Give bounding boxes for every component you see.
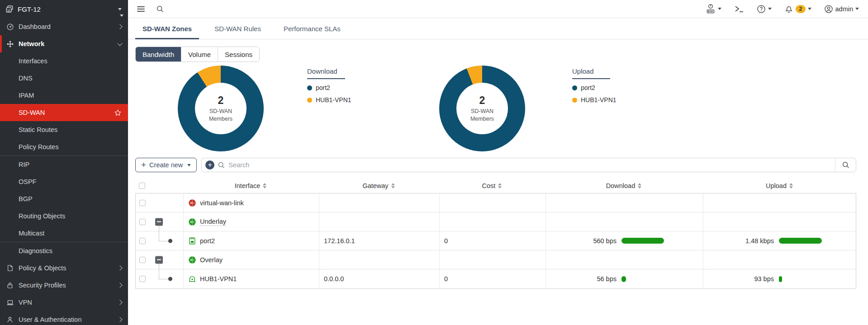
sidebar-item-policy-objects[interactable]: Policy & Objects (0, 259, 128, 277)
tab-performance-slas[interactable]: Performance SLAs (276, 18, 348, 39)
table-row-hub1-vpn1[interactable]: HUB1-VPN1 0.0.0.0 0 56 bps 93 bps (136, 269, 856, 288)
chevron-right-icon (118, 301, 122, 304)
chevron-right-icon (118, 266, 122, 270)
table-row-underlay[interactable]: Underlay (136, 212, 856, 231)
sidebar-item-dns[interactable]: DNS (0, 70, 128, 87)
topbar-actions: 2 admin (706, 4, 859, 14)
device-caret-icon (118, 8, 122, 10)
lock-icon (5, 282, 14, 289)
zone-globe-red-icon (188, 199, 196, 207)
sidebar-item-security-profiles[interactable]: Security Profiles (0, 277, 128, 294)
sidebar-item-network[interactable]: Network (0, 35, 128, 52)
move-arrows-icon (5, 40, 14, 48)
sidebar-item-ospf[interactable]: OSPF (0, 173, 128, 190)
app-window: FGT-12 Dashboard Network Interfaces (0, 0, 868, 325)
toggle-volume[interactable]: Volume (181, 47, 218, 61)
hub1-vpn1-color-dot (307, 98, 312, 103)
chevron-right-icon (118, 25, 122, 28)
upload-rate: 93 bps (724, 275, 774, 283)
vpn-tunnel-icon (188, 275, 196, 283)
device-logo-icon (5, 5, 14, 13)
add-filter-button[interactable]: + (205, 160, 214, 170)
content-area: Bandwidth Volume Sessions 2 SD-WAN Membe… (128, 39, 868, 325)
create-new-button[interactable]: + Create new (135, 158, 197, 172)
cli-console-button[interactable] (734, 5, 744, 13)
global-search-icon[interactable] (156, 5, 164, 13)
table-row-port2[interactable]: port2 172.16.0.1 0 560 bps 1.48 kbps (136, 231, 856, 250)
collapse-toggle-icon[interactable] (155, 218, 163, 226)
column-header-interface[interactable]: Interface (183, 178, 318, 193)
column-header-upload[interactable]: Upload (702, 178, 856, 193)
sidebar-item-interfaces[interactable]: Interfaces (0, 52, 128, 70)
column-header-cost[interactable]: Cost (439, 178, 545, 193)
column-header-download[interactable]: Download (545, 178, 702, 193)
admin-username: admin (835, 5, 854, 13)
upload-rate-bar (779, 238, 822, 244)
download-legend-title: Download (307, 67, 345, 79)
caret-down-icon (808, 8, 811, 10)
sort-icon (789, 183, 793, 188)
toggle-sessions[interactable]: Sessions (218, 47, 259, 61)
document-icon (5, 264, 14, 272)
sidebar-item-bgp[interactable]: BGP (0, 190, 128, 207)
row-checkbox[interactable] (139, 200, 146, 206)
upload-rate: 1.48 kbps (724, 237, 774, 245)
admin-user-menu[interactable]: admin (824, 5, 859, 14)
sidebar-item-static-routes[interactable]: Static Routes (0, 121, 128, 138)
upload-chart-group: 2 SD-WAN Members Upload port2 HUB1-VPN1 (439, 66, 641, 151)
search-submit-button[interactable] (835, 158, 856, 172)
row-checkbox[interactable] (139, 238, 146, 244)
chevron-down-icon (118, 43, 122, 45)
hamburger-menu-icon[interactable] (137, 6, 145, 12)
caret-down-icon (768, 8, 772, 10)
sidebar-item-multicast[interactable]: Multicast (0, 225, 128, 242)
row-checkbox[interactable] (139, 219, 146, 225)
sdwan-zones-table: Interface Gateway Cost Download Upload (135, 178, 856, 289)
row-checkbox[interactable] (139, 276, 146, 282)
sidebar-item-sdwan[interactable]: SD-WAN (0, 104, 128, 121)
upload-donut-chart: 2 SD-WAN Members (439, 66, 525, 151)
notifications-menu[interactable]: 2 (784, 4, 811, 14)
table-row-overlay[interactable]: Overlay (136, 250, 856, 269)
collapse-toggle-icon[interactable] (155, 256, 163, 264)
toggle-bandwidth[interactable]: Bandwidth (136, 47, 181, 61)
tab-sdwan-rules[interactable]: SD-WAN Rules (207, 18, 268, 39)
search-input[interactable] (228, 161, 835, 169)
device-power-icon (706, 4, 716, 14)
search-icon (218, 161, 225, 169)
device-status-menu[interactable] (706, 4, 721, 14)
search-bar: + (201, 158, 856, 172)
sort-icon (498, 183, 502, 188)
select-all-checkbox[interactable] (139, 183, 145, 189)
download-rate-bar (621, 276, 626, 282)
table-row-virtual-wan-link[interactable]: virtual-wan-link (136, 193, 856, 212)
bell-icon (784, 4, 793, 14)
sidebar-item-ipam[interactable]: IPAM (0, 87, 128, 104)
sidebar-item-user-authentication[interactable]: User & Authentication (0, 311, 128, 325)
upload-legend-title: Upload (572, 67, 610, 79)
sidebar-item-routing-objects[interactable]: Routing Objects (0, 207, 128, 225)
sidebar-item-policy-routes[interactable]: Policy Routes (0, 138, 128, 155)
table-header: Interface Gateway Cost Download Upload (135, 178, 856, 193)
favorite-star-icon[interactable] (114, 109, 122, 117)
table-body: virtual-wan-link (135, 193, 856, 289)
device-selector[interactable]: FGT-12 (0, 0, 128, 18)
port2-color-dot (572, 85, 577, 90)
help-icon (757, 5, 766, 14)
chevron-right-icon (118, 318, 122, 321)
sidebar-item-diagnostics[interactable]: Diagnostics (0, 242, 128, 259)
sort-icon (391, 183, 395, 188)
download-legend: Download port2 HUB1-VPN1 (307, 66, 376, 151)
sidebar-item-dashboard[interactable]: Dashboard (0, 18, 128, 35)
ethernet-port-icon (188, 237, 196, 245)
row-checkbox[interactable] (139, 257, 146, 263)
upload-rate-bar (779, 276, 782, 282)
laptop-icon (5, 299, 14, 306)
legend-item-port2: port2 (307, 84, 376, 91)
tab-sdwan-zones[interactable]: SD-WAN Zones (135, 18, 199, 39)
column-header-gateway[interactable]: Gateway (318, 178, 439, 193)
help-menu[interactable] (757, 5, 772, 14)
sidebar-item-vpn[interactable]: VPN (0, 294, 128, 311)
donut-center-label: 2 SD-WAN Members (462, 94, 503, 123)
sidebar-item-rip[interactable]: RIP (0, 156, 128, 173)
